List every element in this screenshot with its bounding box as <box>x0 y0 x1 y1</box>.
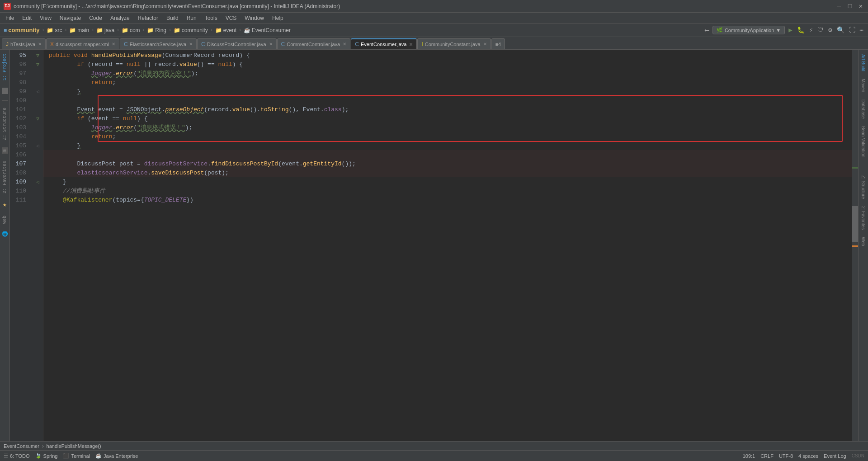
tab-mapper-close[interactable]: ✕ <box>112 42 115 47</box>
tab-comment-close[interactable]: ✕ <box>343 42 346 47</box>
menu-refactor[interactable]: Refactor <box>134 14 162 22</box>
tab-constant-label: CommunityConstant.java <box>425 42 481 47</box>
tool-maven[interactable]: Maven <box>860 76 867 95</box>
tool-bean-validation[interactable]: Bean Validation <box>860 123 867 160</box>
line-num-110: 110 <box>10 186 29 195</box>
tab-comment[interactable]: C CommentController.java ✕ <box>277 38 351 49</box>
status-line-separator[interactable]: CRLF <box>760 453 774 459</box>
tab-discusspost[interactable]: C DiscussPostController.java ✕ <box>197 38 277 49</box>
tab-constant[interactable]: I CommunityConstant.java ✕ <box>417 38 491 49</box>
code-line-110: //消费删帖事件 <box>43 186 852 195</box>
menu-file[interactable]: File <box>2 14 18 22</box>
nav-community[interactable]: ■ community <box>4 27 40 33</box>
nav-eventconsumer[interactable]: ☕ EventConsumer <box>244 27 291 33</box>
tab-mapper-icon: X <box>50 41 54 47</box>
tab-elasticsearch-close[interactable]: ✕ <box>189 42 193 47</box>
status-event-log[interactable]: Event Log <box>824 453 846 459</box>
status-todo[interactable]: ☰ 6: TODO <box>4 453 30 459</box>
settings-button[interactable]: ⚙ <box>827 25 833 35</box>
line-num-100: 100 <box>10 96 29 105</box>
menu-help[interactable]: Help <box>269 14 287 22</box>
tab-htests[interactable]: J hTests.java ✕ <box>2 38 46 49</box>
status-indent[interactable]: 4 spaces <box>798 453 818 459</box>
nav-java[interactable]: 📁 java <box>96 27 114 33</box>
sidebar-favorites[interactable]: 2: Favorites <box>1 159 8 195</box>
menu-run[interactable]: Run <box>183 14 200 22</box>
nav-main[interactable]: 📁 main <box>69 27 89 33</box>
menu-view[interactable]: View <box>36 14 55 22</box>
line-num-104: 104 <box>10 132 29 141</box>
app-icon: IJ <box>4 3 11 10</box>
line-num-95: 95 <box>10 51 29 60</box>
menu-code[interactable]: Code <box>85 14 106 22</box>
tab-discusspost-close[interactable]: ✕ <box>269 42 273 47</box>
line-num-98: 98 <box>10 78 29 87</box>
tool-database[interactable]: Database <box>860 97 867 122</box>
tool-art-build[interactable]: Art Build <box>860 52 867 74</box>
nav-event[interactable]: 📁 event <box>215 27 236 33</box>
status-position[interactable]: 109:1 <box>743 453 755 459</box>
tab-constant-close[interactable]: ✕ <box>483 42 487 47</box>
status-terminal[interactable]: ⬛ Terminal <box>63 453 90 459</box>
tab-overflow[interactable]: ≡4 <box>491 38 505 49</box>
nav-back-btn[interactable]: ⟵ <box>704 25 709 35</box>
tab-elasticsearch[interactable]: C ElasticsearchService.java ✕ <box>120 38 197 49</box>
menu-tools[interactable]: Tools <box>201 14 221 22</box>
profile-button[interactable]: ⚡ <box>808 25 814 35</box>
sidebar-structure[interactable]: Z: Structure <box>1 106 8 142</box>
line-num-101: 101 <box>10 105 29 114</box>
line-num-99: 99 <box>10 87 29 96</box>
nav-src[interactable]: 📁 src <box>47 27 62 33</box>
code-content[interactable]: public void handlePublishMessage(Consume… <box>43 50 852 441</box>
nav-com[interactable]: 📁 com <box>122 27 140 33</box>
menu-analyze[interactable]: Analyze <box>107 14 133 22</box>
encoding-label: UTF-8 <box>779 453 793 459</box>
window-controls[interactable]: ─ □ ✕ <box>835 3 864 10</box>
tool-structure[interactable]: Z: Structure <box>860 173 867 202</box>
debug-button[interactable]: 🐛 <box>796 25 806 35</box>
menu-edit[interactable]: Edit <box>19 14 35 22</box>
tool-favorites[interactable]: 2: Favorites <box>860 203 867 232</box>
minimize-button[interactable]: ─ <box>835 3 843 10</box>
scroll-error-marker <box>852 167 858 169</box>
code-line-111: @KafkaListener(topics={TOPIC_DELETE}) <box>43 195 852 204</box>
event-folder-icon: 📁 <box>215 27 222 33</box>
terminal-icon: ⬛ <box>63 453 69 459</box>
maximize-button[interactable]: □ <box>846 3 854 10</box>
gutter-102: ▽ <box>33 114 43 123</box>
tab-htests-close[interactable]: ✕ <box>38 42 42 47</box>
gutter-98 <box>33 78 43 87</box>
status-encoding[interactable]: UTF-8 <box>779 453 793 459</box>
sidebar-project[interactable]: 1: Project <box>1 52 8 82</box>
todo-icon: ☰ <box>4 453 8 459</box>
tab-eventconsumer-close[interactable]: ✕ <box>409 42 413 47</box>
enterprise-icon: ☕ <box>95 453 102 459</box>
sidebar-web[interactable]: Web <box>1 214 8 226</box>
menu-build[interactable]: Build <box>163 14 182 22</box>
gutter-97 <box>33 69 43 78</box>
menu-vcs[interactable]: VCS <box>222 14 241 22</box>
scroll-thumb[interactable] <box>852 206 858 242</box>
tab-eventconsumer[interactable]: C EventConsumer.java ✕ <box>351 38 417 49</box>
coverage-button[interactable]: 🛡 <box>816 26 825 35</box>
more-button[interactable]: ⋯ <box>859 25 864 35</box>
menu-window[interactable]: Window <box>241 14 268 22</box>
menu-navigate[interactable]: Navigate <box>56 14 85 22</box>
nav-community2[interactable]: 📁 community <box>174 27 208 33</box>
status-spring[interactable]: 🍃 Spring <box>35 453 58 459</box>
status-enterprise[interactable]: ☕ Java Enterprise <box>95 453 138 459</box>
window-title: community [F:\community] - ...\src\main\… <box>14 3 835 9</box>
expand-button[interactable]: ⛶ <box>848 26 856 35</box>
menu-bar: File Edit View Navigate Code Analyze Ref… <box>0 13 868 24</box>
editor-area: 95 96 97 98 99 100 101 102 103 104 105 1… <box>10 50 858 441</box>
search-everywhere-button[interactable]: 🔍 <box>836 25 845 35</box>
nav-ring[interactable]: 📁 Ring <box>147 27 166 33</box>
tab-mapper[interactable]: X discusspost-mapper.xml ✕ <box>46 38 119 49</box>
gutter-101 <box>33 105 43 114</box>
scroll-indicator[interactable] <box>852 50 858 441</box>
close-button[interactable]: ✕ <box>857 3 864 10</box>
fold-109[interactable]: ◁ <box>36 179 39 185</box>
run-config-selector[interactable]: 🌿 CommunityApplication ▼ <box>712 26 785 34</box>
tool-web[interactable]: Web <box>860 234 867 249</box>
run-button[interactable]: ▶ <box>788 25 793 35</box>
